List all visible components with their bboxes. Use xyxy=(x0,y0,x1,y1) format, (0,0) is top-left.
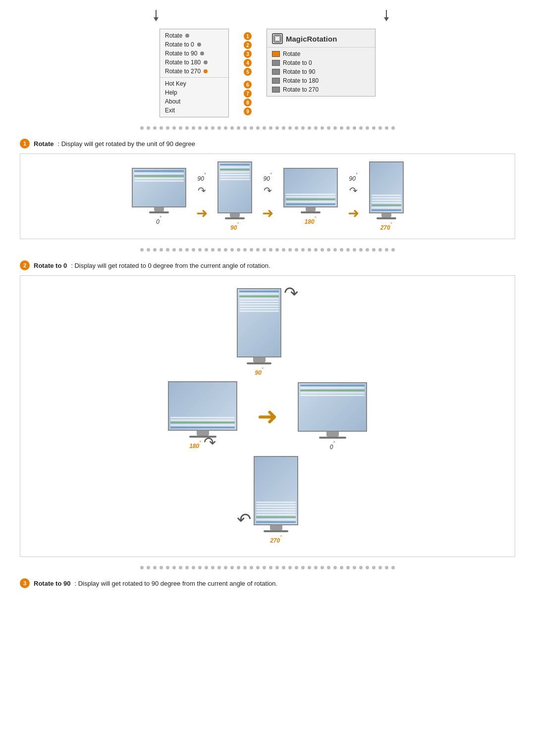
dot-separator-3 xyxy=(20,566,515,569)
arrow-section1-2: 90° ↷ ➜ xyxy=(262,172,273,220)
angle-90-2: 90° xyxy=(264,172,272,182)
menu-rotate-180-label: Rotate to 180 xyxy=(165,59,201,66)
menu-rotate-90[interactable]: Rotate to 90 xyxy=(160,49,228,58)
mr-rotate-270-label: Rotate to 270 xyxy=(283,86,319,93)
s2-stand-270 xyxy=(270,525,282,530)
angle-90-3: 90° xyxy=(349,172,358,182)
badge-4: 4 xyxy=(244,59,252,67)
section-3-title: Rotate to 90 xyxy=(34,580,70,587)
menu-rotate-270[interactable]: Rotate to 270 xyxy=(160,67,228,76)
s2-screen-270 xyxy=(255,457,297,524)
section-2-frame: 90° ↷ xyxy=(20,275,515,557)
badge-2: 2 xyxy=(244,41,252,49)
menu-hotkey[interactable]: Hot Key xyxy=(160,79,228,88)
mr-rotate-90-icon xyxy=(272,69,280,75)
stand-0 xyxy=(154,207,164,211)
s2-middle-row: 180° ↷ ➜ 0° xyxy=(168,381,367,451)
s2-monitor-180-wrap: 180° ↷ xyxy=(168,381,237,451)
mr-rotate-90-label: Rotate to 90 xyxy=(283,68,315,75)
screen-90 xyxy=(218,162,251,212)
svg-rect-1 xyxy=(275,36,280,41)
left-context-menu: Rotate Rotate to 0 Rotate to 90 Rotate t… xyxy=(160,29,229,117)
s2-label-270: 270° xyxy=(254,534,298,544)
stand-180 xyxy=(306,207,316,211)
menu-divider xyxy=(160,77,228,78)
s2-monitor-0-wrap: 0° xyxy=(298,382,367,451)
section-2-badge: 2 xyxy=(20,260,30,270)
badge-6: 6 xyxy=(244,81,252,89)
s2-mon-portrait-270 xyxy=(254,456,298,525)
menu-rotate-0-label: Rotate to 0 xyxy=(165,41,194,48)
menu-help[interactable]: Help xyxy=(160,88,228,97)
mr-rotate-icon xyxy=(272,51,280,57)
screen-270 xyxy=(370,162,403,212)
menu-help-label: Help xyxy=(165,89,177,96)
s2-stand-90 xyxy=(253,357,266,362)
menu-rotate-label: Rotate xyxy=(165,32,182,39)
arrow-right-2: ➜ xyxy=(262,206,273,220)
section-2-layout: 90° ↷ xyxy=(28,283,507,549)
angle-90-1: 90° xyxy=(198,172,206,182)
badge-3: 3 xyxy=(244,50,252,58)
s2-label-180: 180° xyxy=(189,440,201,450)
mr-rotate-0-icon xyxy=(272,60,280,66)
mr-rotate-0: Rotate to 0 xyxy=(267,58,375,67)
rotate-0-dot xyxy=(197,43,201,47)
monitor-90deg: 90° xyxy=(217,161,252,231)
menu-about[interactable]: About xyxy=(160,97,228,106)
s2-base-0 xyxy=(319,437,346,439)
badge-8: 8 xyxy=(244,99,252,106)
screen-0 xyxy=(133,169,185,206)
left-arrow xyxy=(154,10,159,21)
s2-label-0: 0° xyxy=(298,441,367,451)
s2-monitor-270-wrap: ↶ xyxy=(237,456,298,544)
monitor-270deg: 270° xyxy=(369,161,404,231)
section-3-label: 3 Rotate to 90 : Display will get rotate… xyxy=(20,578,515,588)
s2-base-270 xyxy=(264,530,288,532)
right-arrow xyxy=(384,10,389,21)
section-1-desc: : Display will get rotated by the unit o… xyxy=(57,140,195,148)
section-1-monitors: 0° 90° ↷ ➜ 90° xyxy=(28,161,507,231)
dot-separator-2 xyxy=(20,248,515,252)
base-90 xyxy=(225,217,245,219)
mr-rotate-label: Rotate xyxy=(283,50,300,57)
section-3-desc: : Display will get rotated to 90 degree … xyxy=(74,580,277,587)
top-diagram-section: Rotate Rotate to 0 Rotate to 90 Rotate t… xyxy=(20,10,515,117)
menu-rotate-0[interactable]: Rotate to 0 xyxy=(160,40,228,49)
dot-separator-1 xyxy=(20,126,515,130)
menu-exit[interactable]: Exit xyxy=(160,106,228,115)
s2-top-row: 90° ↷ xyxy=(237,288,298,376)
s2-screen-0 xyxy=(299,383,366,431)
section-1-label: 1 Rotate : Display will get rotated by t… xyxy=(20,139,515,149)
monitor-portrait-270 xyxy=(369,161,404,213)
badge-1: 1 xyxy=(244,32,252,40)
s2-monitor-portrait-90: 90° xyxy=(237,288,281,376)
stand-270 xyxy=(381,213,391,217)
arrow-section1-3: 90° ↷ ➜ xyxy=(348,172,359,220)
monitor-0deg: 0° xyxy=(132,168,186,225)
screen-180 xyxy=(284,169,337,206)
section-2-desc: : Display will get rotated to 0 degree f… xyxy=(71,262,270,269)
menu-rotate-180[interactable]: Rotate to 180 xyxy=(160,58,228,67)
arrow-right-3: ➜ xyxy=(348,206,359,220)
s2-mon-landscape-180 xyxy=(168,381,237,431)
magic-rotation-header: MagicRotation xyxy=(267,31,375,48)
menu-rotate[interactable]: Rotate xyxy=(160,31,228,40)
menu-rotate-270-label: Rotate to 270 xyxy=(165,68,201,75)
rotate-180-dot xyxy=(204,60,208,64)
menu-about-label: About xyxy=(165,98,180,105)
s2-mon-landscape-0 xyxy=(298,382,367,432)
base-0 xyxy=(149,211,169,213)
badge-9: 9 xyxy=(244,107,252,115)
s2-screen-90 xyxy=(238,289,280,356)
arrow-right-1: ➜ xyxy=(196,206,208,220)
section-1-badge: 1 xyxy=(20,139,30,149)
mr-rotate-90: Rotate to 90 xyxy=(267,67,375,76)
mr-rotate-270-icon xyxy=(272,87,280,93)
magic-rotation-panel: MagicRotation Rotate Rotate to 0 Rotate … xyxy=(267,29,375,97)
section-2-label: 2 Rotate to 0 : Display will get rotated… xyxy=(20,260,515,270)
menu-hotkey-label: Hot Key xyxy=(165,80,186,87)
rotate-dot xyxy=(185,34,189,38)
badge-7: 7 xyxy=(244,90,252,98)
rotate-90-dot xyxy=(200,51,204,55)
